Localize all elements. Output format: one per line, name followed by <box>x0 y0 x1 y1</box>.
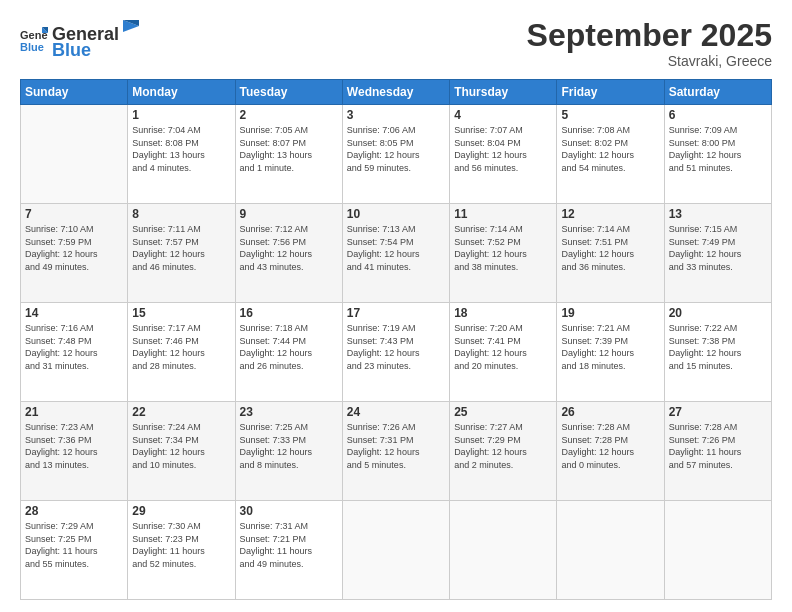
day-number: 3 <box>347 108 445 122</box>
col-header-tuesday: Tuesday <box>235 80 342 105</box>
day-info: Sunrise: 7:22 AM Sunset: 7:38 PM Dayligh… <box>669 322 767 372</box>
day-number: 19 <box>561 306 659 320</box>
day-number: 21 <box>25 405 123 419</box>
day-info: Sunrise: 7:14 AM Sunset: 7:51 PM Dayligh… <box>561 223 659 273</box>
day-info: Sunrise: 7:05 AM Sunset: 8:07 PM Dayligh… <box>240 124 338 174</box>
day-info: Sunrise: 7:06 AM Sunset: 8:05 PM Dayligh… <box>347 124 445 174</box>
day-number: 25 <box>454 405 552 419</box>
table-row <box>557 501 664 600</box>
day-info: Sunrise: 7:17 AM Sunset: 7:46 PM Dayligh… <box>132 322 230 372</box>
day-info: Sunrise: 7:10 AM Sunset: 7:59 PM Dayligh… <box>25 223 123 273</box>
col-header-saturday: Saturday <box>664 80 771 105</box>
logo-icon: General Blue <box>20 25 48 53</box>
table-row: 14Sunrise: 7:16 AM Sunset: 7:48 PM Dayli… <box>21 303 128 402</box>
calendar-header-row: Sunday Monday Tuesday Wednesday Thursday… <box>21 80 772 105</box>
day-number: 20 <box>669 306 767 320</box>
day-info: Sunrise: 7:28 AM Sunset: 7:26 PM Dayligh… <box>669 421 767 471</box>
table-row <box>342 501 449 600</box>
table-row: 29Sunrise: 7:30 AM Sunset: 7:23 PM Dayli… <box>128 501 235 600</box>
table-row: 7Sunrise: 7:10 AM Sunset: 7:59 PM Daylig… <box>21 204 128 303</box>
day-info: Sunrise: 7:07 AM Sunset: 8:04 PM Dayligh… <box>454 124 552 174</box>
day-number: 5 <box>561 108 659 122</box>
table-row: 12Sunrise: 7:14 AM Sunset: 7:51 PM Dayli… <box>557 204 664 303</box>
day-number: 28 <box>25 504 123 518</box>
month-title: September 2025 <box>527 18 772 53</box>
day-info: Sunrise: 7:15 AM Sunset: 7:49 PM Dayligh… <box>669 223 767 273</box>
day-number: 13 <box>669 207 767 221</box>
day-number: 12 <box>561 207 659 221</box>
day-number: 24 <box>347 405 445 419</box>
day-info: Sunrise: 7:18 AM Sunset: 7:44 PM Dayligh… <box>240 322 338 372</box>
day-number: 14 <box>25 306 123 320</box>
day-info: Sunrise: 7:28 AM Sunset: 7:28 PM Dayligh… <box>561 421 659 471</box>
table-row: 19Sunrise: 7:21 AM Sunset: 7:39 PM Dayli… <box>557 303 664 402</box>
day-info: Sunrise: 7:09 AM Sunset: 8:00 PM Dayligh… <box>669 124 767 174</box>
calendar-row: 14Sunrise: 7:16 AM Sunset: 7:48 PM Dayli… <box>21 303 772 402</box>
logo: General Blue General Blue <box>20 18 141 61</box>
table-row: 28Sunrise: 7:29 AM Sunset: 7:25 PM Dayli… <box>21 501 128 600</box>
day-info: Sunrise: 7:24 AM Sunset: 7:34 PM Dayligh… <box>132 421 230 471</box>
table-row: 10Sunrise: 7:13 AM Sunset: 7:54 PM Dayli… <box>342 204 449 303</box>
day-info: Sunrise: 7:13 AM Sunset: 7:54 PM Dayligh… <box>347 223 445 273</box>
logo-flag-icon <box>121 18 141 40</box>
day-number: 30 <box>240 504 338 518</box>
table-row: 20Sunrise: 7:22 AM Sunset: 7:38 PM Dayli… <box>664 303 771 402</box>
calendar-row: 1Sunrise: 7:04 AM Sunset: 8:08 PM Daylig… <box>21 105 772 204</box>
day-number: 8 <box>132 207 230 221</box>
col-header-monday: Monday <box>128 80 235 105</box>
day-info: Sunrise: 7:08 AM Sunset: 8:02 PM Dayligh… <box>561 124 659 174</box>
calendar-row: 28Sunrise: 7:29 AM Sunset: 7:25 PM Dayli… <box>21 501 772 600</box>
table-row: 2Sunrise: 7:05 AM Sunset: 8:07 PM Daylig… <box>235 105 342 204</box>
table-row: 25Sunrise: 7:27 AM Sunset: 7:29 PM Dayli… <box>450 402 557 501</box>
day-number: 4 <box>454 108 552 122</box>
svg-text:Blue: Blue <box>20 41 44 53</box>
title-block: September 2025 Stavraki, Greece <box>527 18 772 69</box>
table-row: 11Sunrise: 7:14 AM Sunset: 7:52 PM Dayli… <box>450 204 557 303</box>
table-row: 1Sunrise: 7:04 AM Sunset: 8:08 PM Daylig… <box>128 105 235 204</box>
day-info: Sunrise: 7:14 AM Sunset: 7:52 PM Dayligh… <box>454 223 552 273</box>
table-row: 4Sunrise: 7:07 AM Sunset: 8:04 PM Daylig… <box>450 105 557 204</box>
table-row <box>664 501 771 600</box>
day-info: Sunrise: 7:31 AM Sunset: 7:21 PM Dayligh… <box>240 520 338 570</box>
logo-blue: Blue <box>52 40 91 60</box>
table-row: 30Sunrise: 7:31 AM Sunset: 7:21 PM Dayli… <box>235 501 342 600</box>
subtitle: Stavraki, Greece <box>527 53 772 69</box>
day-info: Sunrise: 7:11 AM Sunset: 7:57 PM Dayligh… <box>132 223 230 273</box>
day-number: 27 <box>669 405 767 419</box>
day-number: 16 <box>240 306 338 320</box>
day-number: 1 <box>132 108 230 122</box>
day-number: 29 <box>132 504 230 518</box>
table-row: 17Sunrise: 7:19 AM Sunset: 7:43 PM Dayli… <box>342 303 449 402</box>
table-row: 9Sunrise: 7:12 AM Sunset: 7:56 PM Daylig… <box>235 204 342 303</box>
calendar-row: 7Sunrise: 7:10 AM Sunset: 7:59 PM Daylig… <box>21 204 772 303</box>
table-row: 13Sunrise: 7:15 AM Sunset: 7:49 PM Dayli… <box>664 204 771 303</box>
day-info: Sunrise: 7:23 AM Sunset: 7:36 PM Dayligh… <box>25 421 123 471</box>
day-info: Sunrise: 7:12 AM Sunset: 7:56 PM Dayligh… <box>240 223 338 273</box>
col-header-thursday: Thursday <box>450 80 557 105</box>
day-number: 9 <box>240 207 338 221</box>
day-info: Sunrise: 7:04 AM Sunset: 8:08 PM Dayligh… <box>132 124 230 174</box>
table-row: 6Sunrise: 7:09 AM Sunset: 8:00 PM Daylig… <box>664 105 771 204</box>
day-number: 26 <box>561 405 659 419</box>
calendar-page: General Blue General Blue Septemb <box>0 0 792 612</box>
table-row: 23Sunrise: 7:25 AM Sunset: 7:33 PM Dayli… <box>235 402 342 501</box>
day-info: Sunrise: 7:16 AM Sunset: 7:48 PM Dayligh… <box>25 322 123 372</box>
table-row: 26Sunrise: 7:28 AM Sunset: 7:28 PM Dayli… <box>557 402 664 501</box>
col-header-sunday: Sunday <box>21 80 128 105</box>
table-row: 8Sunrise: 7:11 AM Sunset: 7:57 PM Daylig… <box>128 204 235 303</box>
table-row <box>21 105 128 204</box>
day-number: 2 <box>240 108 338 122</box>
day-number: 23 <box>240 405 338 419</box>
day-number: 22 <box>132 405 230 419</box>
day-info: Sunrise: 7:21 AM Sunset: 7:39 PM Dayligh… <box>561 322 659 372</box>
day-number: 18 <box>454 306 552 320</box>
table-row: 5Sunrise: 7:08 AM Sunset: 8:02 PM Daylig… <box>557 105 664 204</box>
day-number: 7 <box>25 207 123 221</box>
day-number: 11 <box>454 207 552 221</box>
day-number: 15 <box>132 306 230 320</box>
table-row: 21Sunrise: 7:23 AM Sunset: 7:36 PM Dayli… <box>21 402 128 501</box>
table-row: 18Sunrise: 7:20 AM Sunset: 7:41 PM Dayli… <box>450 303 557 402</box>
day-info: Sunrise: 7:29 AM Sunset: 7:25 PM Dayligh… <box>25 520 123 570</box>
col-header-friday: Friday <box>557 80 664 105</box>
day-info: Sunrise: 7:19 AM Sunset: 7:43 PM Dayligh… <box>347 322 445 372</box>
